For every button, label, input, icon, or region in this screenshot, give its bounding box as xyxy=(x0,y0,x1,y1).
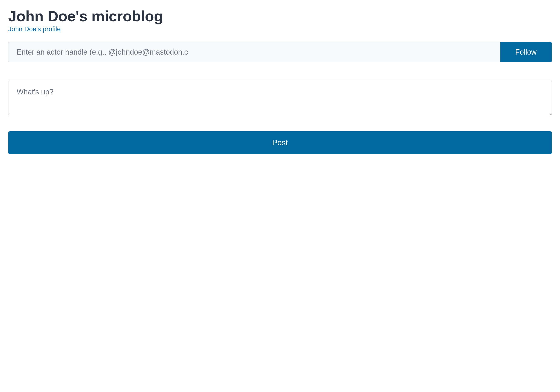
actor-handle-input[interactable] xyxy=(8,42,500,62)
page-title: John Doe's microblog xyxy=(8,8,552,24)
compose-textarea[interactable] xyxy=(8,80,552,115)
profile-link[interactable]: John Doe's profile xyxy=(8,25,61,33)
post-button[interactable]: Post xyxy=(8,131,552,154)
follow-button[interactable]: Follow xyxy=(500,42,552,62)
follow-form: Follow xyxy=(8,42,552,62)
